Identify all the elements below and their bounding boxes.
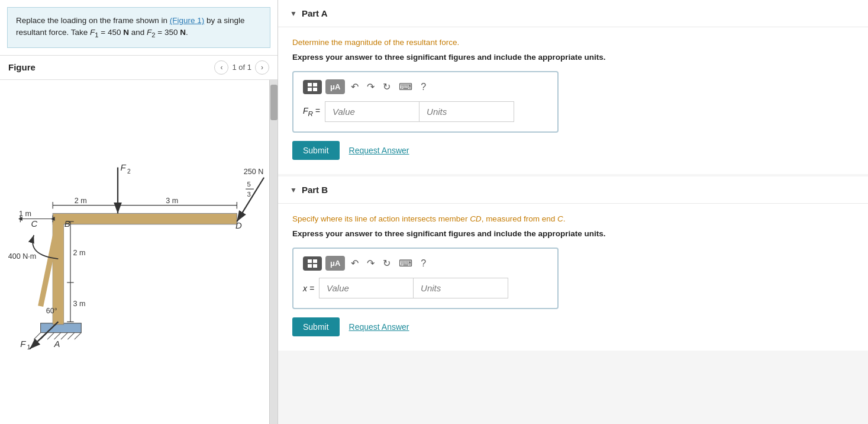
part-b-answer-box: μΑ ↶ ↷ ↻ ⌨ ? x = xyxy=(292,248,559,309)
part-a-undo-btn[interactable]: ↶ xyxy=(349,80,361,94)
svg-text:2 m: 2 m xyxy=(73,249,86,257)
part-b-title: Part B xyxy=(302,185,328,195)
svg-text:2 m: 2 m xyxy=(75,197,87,205)
prev-figure-button[interactable]: ‹ xyxy=(214,60,228,75)
part-a-submit-button[interactable]: Submit xyxy=(292,141,340,160)
svg-text:2: 2 xyxy=(127,168,131,175)
mu-icon: μΑ xyxy=(330,82,340,91)
part-b-request-answer[interactable]: Request Answer xyxy=(349,322,409,332)
part-b-input-label: x = xyxy=(303,284,314,293)
svg-rect-9 xyxy=(53,213,237,224)
svg-text:3: 3 xyxy=(247,191,251,198)
svg-text:F: F xyxy=(20,339,26,349)
part-b-redo-btn[interactable]: ↷ xyxy=(364,256,377,270)
part-b-toggle[interactable]: ▼ xyxy=(290,186,297,194)
figure-canvas: C B D A 1 m 2 m 3 m xyxy=(0,80,277,424)
svg-text:1 m: 1 m xyxy=(19,210,31,218)
part-a-section: ▼ Part A Determine the magnitude of the … xyxy=(278,0,868,174)
part-b-keyboard-btn[interactable]: ⌨ xyxy=(396,256,415,270)
svg-text:B: B xyxy=(64,219,70,229)
part-a-value-input[interactable] xyxy=(325,101,420,122)
svg-line-1 xyxy=(34,333,40,339)
svg-text:60°: 60° xyxy=(46,306,57,314)
part-a-input-label: FR = xyxy=(303,106,320,117)
part-b-submit-button[interactable]: Submit xyxy=(292,317,340,336)
part-a-toolbar: μΑ ↶ ↷ ↻ ⌨ ? xyxy=(303,79,548,94)
part-b-refresh-btn[interactable]: ↻ xyxy=(380,256,393,270)
part-b-section: ▼ Part B Specify where its line of actio… xyxy=(278,176,868,351)
part-a-refresh-btn[interactable]: ↻ xyxy=(380,80,393,94)
part-b-toolbar: μΑ ↶ ↷ ↻ ⌨ ? xyxy=(303,256,548,271)
part-a-answer-box: μΑ ↶ ↷ ↻ ⌨ ? FR = xyxy=(292,71,559,133)
figure-title: Figure xyxy=(8,62,214,72)
scrollbar[interactable] xyxy=(269,80,277,424)
part-a-mu-btn[interactable]: μΑ xyxy=(325,79,345,94)
figure-diagram: C B D A 1 m 2 m 3 m xyxy=(0,80,277,424)
part-b-help-btn[interactable]: ? xyxy=(418,257,428,270)
part-a-matrix-btn[interactable] xyxy=(303,80,322,94)
svg-line-3 xyxy=(47,333,54,339)
part-b-value-input[interactable] xyxy=(319,278,414,298)
part-b-description: Specify where its line of action interse… xyxy=(292,214,854,223)
left-panel: Replace the loading on the frame shown i… xyxy=(0,0,278,424)
part-b-header: ▼ Part B xyxy=(278,176,868,204)
part-b-input-row: x = xyxy=(303,278,548,298)
svg-line-6 xyxy=(67,333,74,339)
part-a-content: Determine the magnitude of the resultant… xyxy=(278,27,868,174)
part-a-help-btn[interactable]: ? xyxy=(418,81,428,94)
problem-statement: Replace the loading on the frame shown i… xyxy=(7,7,270,48)
part-b-units-input[interactable] xyxy=(414,278,508,298)
figure-link[interactable]: (Figure 1) xyxy=(170,16,205,25)
figure-header: Figure ‹ 1 of 1 › xyxy=(0,56,277,80)
svg-line-4 xyxy=(54,333,61,339)
part-a-keyboard-btn[interactable]: ⌨ xyxy=(396,80,415,94)
svg-text:3 m: 3 m xyxy=(73,300,86,308)
part-a-toggle[interactable]: ▼ xyxy=(290,9,297,18)
part-a-action-row: Submit Request Answer xyxy=(292,141,854,160)
svg-text:250 N: 250 N xyxy=(244,168,264,176)
part-b-undo-btn[interactable]: ↶ xyxy=(349,256,361,270)
part-a-instruction: Express your answer to three significant… xyxy=(292,53,854,62)
part-a-units-input[interactable] xyxy=(420,101,514,122)
figure-nav: ‹ 1 of 1 › xyxy=(214,60,269,75)
svg-line-7 xyxy=(75,333,81,339)
part-a-redo-btn[interactable]: ↷ xyxy=(364,80,377,94)
svg-line-5 xyxy=(61,333,67,339)
part-b-matrix-btn[interactable] xyxy=(303,256,322,271)
part-b-instruction: Express your answer to three significant… xyxy=(292,229,854,238)
part-a-title: Part A xyxy=(302,8,328,18)
svg-text:A: A xyxy=(54,339,60,349)
svg-text:400 N·m: 400 N·m xyxy=(8,252,37,261)
part-a-request-answer[interactable]: Request Answer xyxy=(349,146,409,155)
figure-section: Figure ‹ 1 of 1 › xyxy=(0,55,277,424)
part-b-mu-icon: μΑ xyxy=(330,259,340,268)
next-figure-button[interactable]: › xyxy=(255,60,269,75)
svg-text:1: 1 xyxy=(27,344,31,351)
part-a-description: Determine the magnitude of the resultant… xyxy=(292,38,854,47)
right-panel: ▼ Part A Determine the magnitude of the … xyxy=(278,0,868,424)
svg-text:C: C xyxy=(31,219,38,229)
part-b-mu-btn[interactable]: μΑ xyxy=(325,256,345,271)
part-b-content: Specify where its line of action interse… xyxy=(278,204,868,351)
part-a-input-row: FR = xyxy=(303,101,548,122)
svg-text:F: F xyxy=(121,163,127,172)
svg-text:5: 5 xyxy=(247,180,251,187)
part-a-header: ▼ Part A xyxy=(278,0,868,27)
svg-text:D: D xyxy=(235,220,242,230)
figure-pagination: 1 of 1 xyxy=(232,63,251,72)
part-b-action-row: Submit Request Answer xyxy=(292,317,854,336)
svg-text:3 m: 3 m xyxy=(166,197,178,205)
